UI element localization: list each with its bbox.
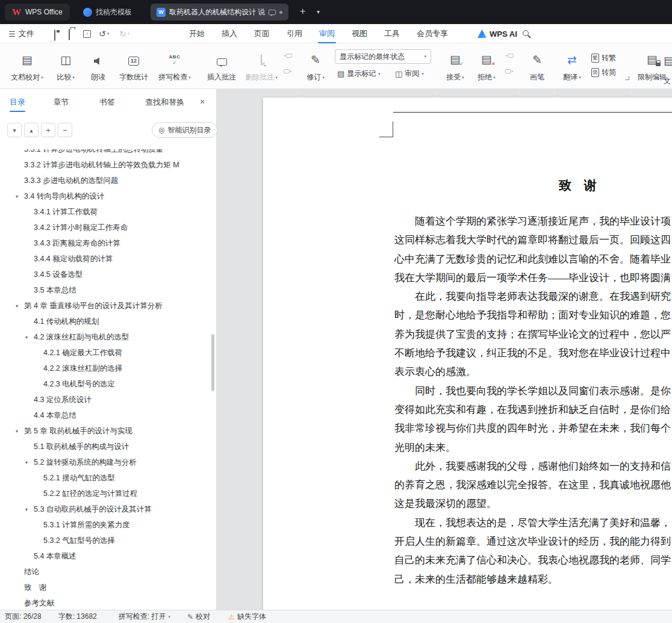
expand-triangle-icon[interactable]: ▾ xyxy=(16,429,18,434)
group-expander-icon[interactable] xyxy=(625,76,629,80)
tab-page[interactable]: 页面 xyxy=(246,24,278,43)
doc-tab-current[interactable]: W 取药机器人的机械结构设计 说 xyxy=(151,4,288,20)
file-menu-button[interactable]: ☰ 文件 xyxy=(8,24,34,43)
file-menu-label: 文件 xyxy=(19,28,34,39)
spell-check-button[interactable]: ABC✓ 拼写检查▾ xyxy=(155,48,194,84)
panel-tab-bookmarks[interactable]: 书签 xyxy=(99,89,115,116)
document-heading: 致 谢 xyxy=(559,177,597,194)
expand-triangle-icon[interactable]: ▾ xyxy=(16,194,18,199)
reject-button[interactable]: ▤× 拒绝▾ xyxy=(472,48,501,84)
toc-item[interactable]: 4.4 本章总结 xyxy=(0,408,212,423)
panel-tab-contents[interactable]: 目录 xyxy=(10,89,25,116)
undo-button[interactable]: ↺ ▾ xyxy=(99,24,109,43)
expand-triangle-icon[interactable]: ▾ xyxy=(25,335,28,340)
tab-list-button[interactable]: ▾ xyxy=(317,8,320,15)
toc-item[interactable]: ▾5.3 自动取药机械手的设计及其计算 xyxy=(0,501,212,517)
smart-toc-button[interactable]: ◎ 智能识别目录 xyxy=(152,122,217,138)
spell-check-indicator[interactable]: 拼写检查: 打开▾ xyxy=(119,612,170,622)
toc-zoom-out-button[interactable]: − xyxy=(58,123,72,137)
word-count-indicator[interactable]: 字数: 13682 xyxy=(58,612,97,622)
tab-review[interactable]: 审阅 xyxy=(311,24,343,43)
toc-item[interactable]: 5.2.2 缸径的选定与计算过程 xyxy=(0,486,212,501)
delete-comment-button[interactable]: × 删除批注▾ xyxy=(242,48,281,84)
chevron-down-icon[interactable]: ▾ xyxy=(107,31,110,36)
accept-button[interactable]: ▤✓ 接受▾ xyxy=(441,48,470,84)
brush-button[interactable]: ✎ 画笔 xyxy=(524,48,550,84)
toc-item[interactable]: 3.4.4 额定动载荷的计算 xyxy=(0,251,212,267)
word-count-button[interactable]: 12 字数统计 xyxy=(116,48,152,84)
review-pane-button[interactable]: ◫ 审阅 ▾ xyxy=(395,69,424,79)
new-tab-button[interactable]: + xyxy=(300,6,305,17)
toc-expand-button[interactable]: ▴ xyxy=(24,123,39,137)
toc-item[interactable]: 5.4 本章概述 xyxy=(0,548,212,564)
compare-button[interactable]: ◫ 比较▾ xyxy=(52,48,79,84)
toc-item[interactable]: 3.5 本章总结 xyxy=(0,282,212,298)
toc-item[interactable]: 5.1 取药机械手的构成与设计 xyxy=(0,439,212,454)
toc-item[interactable]: 参考文献 xyxy=(0,595,212,610)
toc-item[interactable]: ▾5.2 旋转驱动系统的构建与分析 xyxy=(0,454,212,470)
to-traditional-button[interactable]: 繁 转繁 xyxy=(591,53,616,63)
track-changes-button[interactable]: ✎ 修订▾ xyxy=(301,48,330,84)
app-menu-tab[interactable]: W WPS Office xyxy=(5,4,70,20)
toc-item[interactable]: 4.1 传动机构的规划 xyxy=(0,314,212,329)
toc-item[interactable]: 5.3.1 计算所需的夹紧力度 xyxy=(0,517,212,533)
tab-reference[interactable]: 引用 xyxy=(278,24,311,43)
panel-tab-find-replace[interactable]: 查找和替换 xyxy=(145,89,184,116)
search-button[interactable] xyxy=(523,30,529,36)
wps-ai-button[interactable]: WPS AI xyxy=(478,24,517,43)
doc-proofing-button[interactable]: ▤ 文档校对▾ xyxy=(7,48,47,84)
tab-tools[interactable]: 工具 xyxy=(376,24,408,43)
next-comment-button[interactable]: ▸ xyxy=(282,65,294,77)
expand-triangle-icon[interactable]: ▾ xyxy=(25,460,28,465)
expand-triangle-icon[interactable]: ▾ xyxy=(25,507,28,512)
toc-item[interactable]: 结论 xyxy=(0,564,212,580)
redo-button[interactable]: ↻ ▾ xyxy=(119,24,129,43)
toc-item[interactable]: 3.4.3 距离额定寿命的计算 xyxy=(0,235,212,251)
toc-item[interactable]: 3.4.2 计算小时额定工作寿命 xyxy=(0,220,212,235)
toc-item[interactable]: 4.2.3 电机型号的选定 xyxy=(0,376,212,392)
missing-font-warning[interactable]: ⚠缺失字体 xyxy=(228,612,266,622)
toc-item[interactable]: 3.4.5 设备选型 xyxy=(0,267,212,282)
toc-item[interactable]: 5.2.1 摆动气缸的选型 xyxy=(0,470,212,486)
toc-collapse-button[interactable]: ▾ xyxy=(7,123,22,137)
sidebar-scrollbar[interactable] xyxy=(211,334,214,391)
tab-home[interactable]: 开始 xyxy=(181,24,213,43)
markup-state-select[interactable]: 显示标记的最终状态 ▾ xyxy=(335,49,431,64)
tab-member[interactable]: 会员专享 xyxy=(408,24,456,43)
expand-triangle-icon[interactable]: ▾ xyxy=(16,303,18,309)
prev-change-button[interactable]: ◂ xyxy=(503,49,515,61)
clipped-button-icon[interactable]: ▤ xyxy=(664,51,672,66)
toc-zoom-in-button[interactable]: + xyxy=(41,123,55,137)
print-button[interactable] xyxy=(69,29,70,40)
clipped-button-label[interactable]: 文 xyxy=(664,76,671,86)
toc-item[interactable]: 3.3.3 步进电动机的选型问题 xyxy=(0,173,212,188)
show-markup-button[interactable]: ▤ 显示标记 ▾ xyxy=(337,69,381,79)
toc-item[interactable]: 致 谢 xyxy=(0,580,212,595)
toc-item[interactable]: 4.2.2 滚珠丝杠副的选择 xyxy=(0,361,212,376)
toc-item[interactable]: 5.3.2 气缸型号的选择 xyxy=(0,533,212,548)
toc-item[interactable]: 4.2.1 确定最大工作载荷 xyxy=(0,345,212,361)
panel-tab-chapters[interactable]: 章节 xyxy=(53,89,69,116)
read-aloud-button[interactable]: 朗读 xyxy=(84,48,112,84)
tab-insert[interactable]: 插入 xyxy=(213,24,246,43)
translate-button[interactable]: ⇄ 翻译▾ xyxy=(558,48,586,84)
next-change-button[interactable]: ▸ xyxy=(503,65,515,77)
close-icon[interactable]: × xyxy=(200,97,205,107)
toc-item[interactable]: 3.4.1 计算工作载荷 xyxy=(0,204,212,220)
page-indicator: 页面: 26/28 xyxy=(5,612,42,622)
to-simplified-button[interactable]: 简 转简 xyxy=(591,67,616,78)
toc-item[interactable]: ▾第 5 章 取药机械手的设计与实现 xyxy=(0,423,212,439)
toc-item[interactable]: ▾4.2 滚珠丝杠副与电机的选型 xyxy=(0,329,212,345)
doc-tab-template[interactable]: 找稿壳模板 xyxy=(77,4,138,20)
toc-item[interactable]: 4.3 定位系统设计 xyxy=(0,392,212,408)
toc-item[interactable]: ▾第 4 章 垂直移动平台的设计及其计算分析 xyxy=(0,298,212,314)
tab-view[interactable]: 视图 xyxy=(343,24,376,43)
toc-item[interactable]: ▾3.4 转向导向机构的设计 xyxy=(0,188,212,204)
save-button[interactable] xyxy=(54,30,55,41)
toc-item[interactable]: 3.3.1 计算步进电动机转轴上的总转动质量 xyxy=(0,149,212,157)
toc-item[interactable]: 3.3.2 计算步进电动机转轴上的等效负载力矩 M xyxy=(0,157,212,173)
prev-comment-button[interactable]: ◂ xyxy=(282,49,294,61)
export-button[interactable]: ↑ xyxy=(83,30,91,38)
insert-comment-button[interactable]: 插入批注 xyxy=(204,48,240,84)
proofread-button[interactable]: ✎校对 xyxy=(187,612,210,622)
